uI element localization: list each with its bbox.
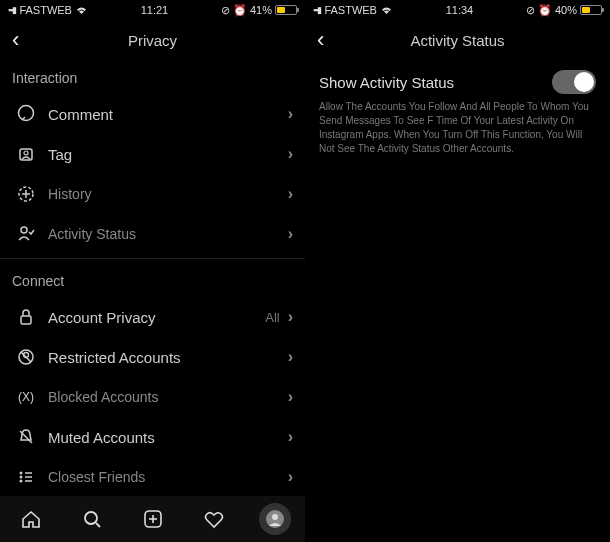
rotation-lock-icon: ⊘ — [526, 4, 535, 17]
chevron-right-icon: › — [288, 185, 293, 203]
time-label: 11:34 — [446, 4, 474, 16]
svg-point-6 — [21, 227, 27, 233]
row-comment[interactable]: Comment › — [0, 94, 305, 134]
carrier-label: FASTWEB — [19, 4, 72, 16]
chevron-right-icon: › — [288, 348, 293, 366]
activity-status-screen: ▪▪▮ FASTWEB 11:34 ⊘ ⏰ 40% ‹ Activity Sta… — [305, 0, 610, 542]
restricted-icon — [14, 347, 38, 367]
back-button[interactable]: ‹ — [317, 29, 324, 51]
battery-icon — [275, 5, 297, 15]
toggle-label: Show Activity Status — [319, 74, 454, 91]
activity-status-icon — [14, 224, 38, 244]
activity-status-toggle[interactable] — [552, 70, 596, 94]
svg-line-10 — [21, 352, 31, 362]
row-history[interactable]: History › — [0, 174, 305, 214]
chevron-right-icon: › — [288, 308, 293, 326]
section-connect: Connect — [0, 263, 305, 297]
toggle-description: Allow The Accounts You Follow And All Pe… — [305, 98, 610, 166]
chevron-right-icon: › — [288, 468, 293, 486]
blocked-icon: (X) — [14, 390, 38, 404]
row-activity-status[interactable]: Activity Status › — [0, 214, 305, 254]
privacy-screen: ▪▪▮ FASTWEB 11:21 ⊘ ⏰ 41% ‹ Privacy Inte… — [0, 0, 305, 542]
row-label: Muted Accounts — [38, 429, 288, 446]
bottom-nav — [0, 496, 305, 542]
row-label: Comment — [38, 106, 288, 123]
add-post-icon[interactable] — [137, 503, 169, 535]
wifi-icon — [380, 5, 393, 15]
lock-icon — [14, 307, 38, 327]
row-value: All — [265, 310, 279, 325]
tag-icon — [14, 144, 38, 164]
row-label: Activity Status — [38, 226, 288, 242]
battery-percent: 41% — [250, 4, 272, 16]
divider — [0, 258, 305, 259]
muted-icon — [14, 427, 38, 447]
chevron-right-icon: › — [288, 388, 293, 406]
svg-point-0 — [19, 106, 34, 121]
chevron-right-icon: › — [288, 225, 293, 243]
back-button[interactable]: ‹ — [12, 29, 19, 51]
row-label: History — [38, 186, 288, 202]
svg-point-20 — [85, 512, 97, 524]
section-interaction: Interaction — [0, 60, 305, 94]
alarm-icon: ⏰ — [233, 4, 247, 17]
activity-heart-icon[interactable] — [198, 503, 230, 535]
row-closest-friends[interactable]: Closest Friends › — [0, 457, 305, 497]
history-icon — [14, 184, 38, 204]
row-label: Blocked Accounts — [38, 389, 288, 405]
carrier-label: FASTWEB — [324, 4, 377, 16]
alarm-icon: ⏰ — [538, 4, 552, 17]
search-icon[interactable] — [76, 503, 108, 535]
svg-point-2 — [24, 151, 28, 155]
row-label: Restricted Accounts — [38, 349, 288, 366]
row-muted-accounts[interactable]: Muted Accounts › — [0, 417, 305, 457]
status-bar: ▪▪▮ FASTWEB 11:34 ⊘ ⏰ 40% — [305, 0, 610, 20]
svg-rect-7 — [21, 316, 31, 324]
row-label: Account Privacy — [38, 309, 265, 326]
row-tag[interactable]: Tag › — [0, 134, 305, 174]
chevron-right-icon: › — [288, 105, 293, 123]
svg-point-26 — [272, 514, 278, 520]
rotation-lock-icon: ⊘ — [221, 4, 230, 17]
status-bar: ▪▪▮ FASTWEB 11:21 ⊘ ⏰ 41% — [0, 0, 305, 20]
comment-icon — [14, 104, 38, 124]
svg-line-21 — [96, 523, 100, 527]
svg-point-12 — [20, 472, 23, 475]
row-blocked-accounts[interactable]: (X) Blocked Accounts › — [0, 377, 305, 417]
list-icon — [14, 467, 38, 487]
svg-point-14 — [20, 480, 23, 483]
wifi-icon — [75, 5, 88, 15]
page-title: Activity Status — [305, 32, 610, 49]
chevron-right-icon: › — [288, 428, 293, 446]
profile-icon[interactable] — [259, 503, 291, 535]
time-label: 11:21 — [141, 4, 169, 16]
row-account-privacy[interactable]: Account Privacy All › — [0, 297, 305, 337]
home-icon[interactable] — [15, 503, 47, 535]
navbar: ‹ Activity Status — [305, 20, 610, 60]
navbar: ‹ Privacy — [0, 20, 305, 60]
row-label: Closest Friends — [38, 469, 288, 485]
battery-percent: 40% — [555, 4, 577, 16]
row-label: Tag — [38, 146, 288, 163]
svg-point-13 — [20, 476, 23, 479]
row-restricted-accounts[interactable]: Restricted Accounts › — [0, 337, 305, 377]
show-activity-toggle-row: Show Activity Status — [305, 60, 610, 98]
battery-icon — [580, 5, 602, 15]
signal-icon: ▪▪▮ — [313, 5, 321, 15]
signal-icon: ▪▪▮ — [8, 5, 16, 15]
chevron-right-icon: › — [288, 145, 293, 163]
page-title: Privacy — [0, 32, 305, 49]
